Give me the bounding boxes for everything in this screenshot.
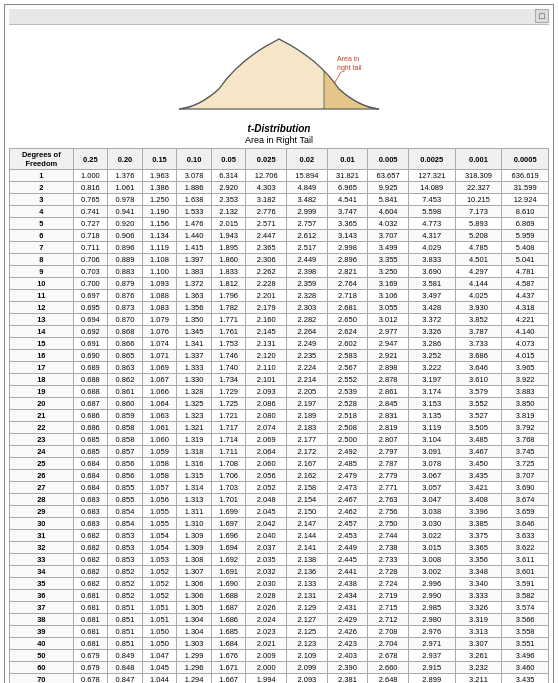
cell-value: 0.688 — [73, 374, 108, 386]
cell-value: 0.896 — [108, 242, 143, 254]
cell-value: 2.999 — [287, 206, 328, 218]
cell-value: 1.309 — [177, 542, 212, 554]
cell-value: 0.876 — [108, 290, 143, 302]
cell-value: 2.224 — [287, 362, 328, 374]
cell-value: 3.104 — [408, 434, 455, 446]
df-value: 35 — [10, 578, 74, 590]
cell-value: 2.518 — [327, 410, 368, 422]
cell-value: 1.314 — [177, 482, 212, 494]
cell-value: 1.088 — [142, 290, 177, 302]
cell-value: 3.012 — [368, 314, 409, 326]
table-row: 350.6820.8521.0521.3061.6902.0302.1332.4… — [10, 578, 549, 590]
cell-value: 2.086 — [246, 398, 287, 410]
cell-value: 0.870 — [108, 314, 143, 326]
df-value: 33 — [10, 554, 74, 566]
cell-value: 2.101 — [246, 374, 287, 386]
cell-value: 3.611 — [502, 554, 549, 566]
cell-value: 2.177 — [287, 434, 328, 446]
cell-value: 2.158 — [287, 482, 328, 494]
table-row: 210.6860.8591.0631.3231.7212.0802.1892.5… — [10, 410, 549, 422]
cell-value: 2.453 — [327, 530, 368, 542]
cell-value: 5.893 — [455, 218, 502, 230]
cell-value: 2.473 — [327, 482, 368, 494]
cell-value: 2.552 — [327, 374, 368, 386]
table-row: 240.6850.8571.0591.3181.7112.0642.1722.4… — [10, 446, 549, 458]
cell-value: 1.337 — [177, 350, 212, 362]
cell-value: 2.492 — [327, 446, 368, 458]
cell-value: 1.729 — [211, 386, 246, 398]
cell-value: 3.485 — [455, 434, 502, 446]
cell-value: 1.055 — [142, 518, 177, 530]
cell-value: 0.711 — [73, 242, 108, 254]
annotation-text: Area in — [337, 55, 359, 62]
cell-value: 2.896 — [327, 254, 368, 266]
cell-value: 1.047 — [142, 650, 177, 662]
cell-value: 3.965 — [502, 362, 549, 374]
table-row: 150.6910.8661.0741.3411.7532.1312.2492.6… — [10, 338, 549, 350]
cell-value: 1.064 — [142, 398, 177, 410]
cell-value: 2.467 — [327, 494, 368, 506]
cell-value: 3.078 — [177, 170, 212, 182]
df-value: 4 — [10, 206, 74, 218]
cell-value: 3.002 — [408, 566, 455, 578]
cell-value: 2.719 — [368, 590, 409, 602]
cell-value: 0.765 — [73, 194, 108, 206]
df-value: 37 — [10, 602, 74, 614]
cell-value: 2.129 — [287, 602, 328, 614]
cell-value: 3.601 — [502, 566, 549, 578]
cell-value: 5.408 — [502, 242, 549, 254]
cell-value: 3.047 — [408, 494, 455, 506]
cell-value: 1.363 — [177, 290, 212, 302]
cell-value: 1.061 — [108, 182, 143, 194]
cell-value: 3.057 — [408, 482, 455, 494]
cell-value: 2.264 — [287, 326, 328, 338]
df-value: 39 — [10, 626, 74, 638]
cell-value: 0.687 — [73, 398, 108, 410]
cell-value: 0.727 — [73, 218, 108, 230]
cell-value: 0.852 — [108, 578, 143, 590]
cell-value: 5.208 — [455, 230, 502, 242]
cell-value: 3.686 — [455, 350, 502, 362]
cell-value: 3.055 — [368, 302, 409, 314]
cell-value: 5.959 — [502, 230, 549, 242]
cell-value: 0.851 — [108, 626, 143, 638]
cell-value: 2.197 — [287, 398, 328, 410]
df-value: 31 — [10, 530, 74, 542]
cell-value: 2.757 — [287, 218, 328, 230]
cell-value: 2.756 — [368, 506, 409, 518]
cell-value: 3.022 — [408, 530, 455, 542]
cell-value: 2.787 — [368, 458, 409, 470]
cell-value: 3.930 — [455, 302, 502, 314]
cell-value: 0.682 — [73, 566, 108, 578]
cell-value: 3.326 — [455, 602, 502, 614]
minimize-button[interactable]: □ — [535, 9, 549, 23]
cell-value: 1.313 — [177, 494, 212, 506]
cell-value: 2.172 — [287, 446, 328, 458]
cell-value: 1.725 — [211, 398, 246, 410]
df-value: 6 — [10, 230, 74, 242]
df-value: 34 — [10, 566, 74, 578]
cell-value: 1.058 — [142, 470, 177, 482]
cell-value: 2.398 — [287, 266, 328, 278]
cell-value: 2.144 — [287, 530, 328, 542]
cell-value: 3.745 — [502, 446, 549, 458]
table-row: 360.6810.8521.0521.3061.6882.0282.1312.4… — [10, 590, 549, 602]
cell-value: 3.143 — [327, 230, 368, 242]
cell-value: 0.682 — [73, 530, 108, 542]
cell-value: 0.853 — [108, 530, 143, 542]
cell-value: 2.528 — [327, 398, 368, 410]
df-header: Degrees ofFreedom — [10, 149, 74, 170]
cell-value: 1.069 — [142, 362, 177, 374]
chart-area: Area in right tail — [9, 25, 549, 121]
cell-value: 1.294 — [177, 674, 212, 684]
cell-value: 3.356 — [455, 554, 502, 566]
table-row: 310.6820.8531.0541.3091.6962.0402.1442.4… — [10, 530, 549, 542]
cell-value: 2.718 — [327, 290, 368, 302]
df-value: 40 — [10, 638, 74, 650]
cell-value: 0.849 — [108, 650, 143, 662]
df-value: 16 — [10, 350, 74, 362]
cell-value: 3.833 — [408, 254, 455, 266]
cell-value: 1.323 — [177, 410, 212, 422]
cell-value: 2.462 — [327, 506, 368, 518]
cell-value: 0.879 — [108, 278, 143, 290]
